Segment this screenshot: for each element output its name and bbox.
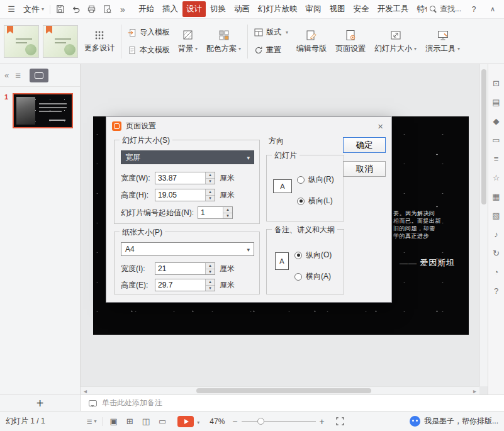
edit-master-button[interactable]: 编辑母版 — [294, 23, 329, 60]
reading-view-icon[interactable]: ◫ — [142, 417, 150, 425]
zoom-slider[interactable] — [242, 421, 316, 422]
slide-width-input[interactable] — [155, 172, 205, 184]
save-icon[interactable] — [53, 3, 66, 16]
tab-视图[interactable]: 视图 — [326, 1, 349, 17]
zoom-in-button[interactable]: + — [320, 417, 325, 426]
styles-icon[interactable]: ▤ — [492, 98, 500, 106]
design-template-thumb-2[interactable] — [43, 25, 78, 58]
notes-bar[interactable]: 单击此处添加备注 — [81, 395, 504, 411]
spin-down-icon[interactable] — [206, 269, 215, 275]
background-button[interactable]: 背景 — [176, 23, 200, 60]
doc-template-button[interactable]: 本文模板 — [125, 44, 172, 56]
play-options-caret[interactable] — [195, 417, 199, 426]
vertical-scrollbar-thumb[interactable] — [481, 69, 486, 204]
scroll-right-icon[interactable] — [470, 386, 479, 395]
tab-特色应用[interactable]: 特色应用 — [413, 1, 427, 17]
zoom-out-button[interactable]: − — [232, 417, 237, 426]
tab-开始[interactable]: 开始 — [135, 1, 158, 17]
slide-landscape-radio[interactable]: 横向(L) — [297, 196, 333, 206]
dialog-titlebar[interactable]: 页面设置 × — [106, 117, 391, 135]
play-slideshow-button[interactable] — [177, 416, 194, 427]
spin-up-icon[interactable] — [206, 263, 215, 269]
favorites-icon[interactable]: ☆ — [493, 174, 500, 182]
paper-width-spinner[interactable] — [155, 262, 215, 275]
slide-thumbnail[interactable] — [13, 93, 73, 128]
notes-landscape-radio[interactable]: 横向(A) — [294, 271, 331, 282]
spin-down-icon[interactable] — [206, 195, 215, 201]
audio-icon[interactable]: ♪ — [494, 230, 498, 238]
collapse-ribbon-icon[interactable] — [486, 3, 499, 16]
tab-开发工具[interactable]: 开发工具 — [374, 1, 413, 17]
paper-height-input[interactable] — [155, 279, 205, 291]
spin-up-icon[interactable] — [223, 207, 232, 213]
import-template-button[interactable]: 导入模板 — [125, 26, 172, 38]
tab-设计[interactable]: 设计 — [182, 1, 206, 17]
paper-size-select[interactable]: A4 — [121, 242, 254, 256]
assets-icon[interactable]: ▦ — [492, 193, 500, 201]
print-preview-icon[interactable] — [101, 3, 113, 16]
list-view-icon[interactable] — [15, 70, 21, 81]
ok-button[interactable]: 确定 — [343, 137, 386, 153]
slide-number-input[interactable] — [198, 207, 223, 218]
spin-up-icon[interactable] — [206, 279, 215, 285]
file-menu-button[interactable]: 文件 — [21, 4, 47, 15]
tab-切换[interactable]: 切换 — [206, 1, 230, 17]
notes-portrait-radio[interactable]: 纵向(O) — [294, 250, 332, 260]
slide-width-spinner[interactable] — [155, 172, 215, 184]
search-box[interactable]: 查找... — [430, 4, 461, 14]
collapse-panel-icon[interactable] — [4, 70, 9, 80]
thumbnail-view-toggle[interactable] — [30, 69, 48, 82]
tab-幻灯片放映[interactable]: 幻灯片放映 — [254, 1, 301, 17]
slide-height-spinner[interactable] — [155, 189, 215, 201]
spin-down-icon[interactable] — [223, 213, 232, 219]
design-template-thumb-1[interactable] — [4, 25, 39, 58]
spin-down-icon[interactable] — [206, 178, 215, 184]
help-icon[interactable]: ? — [494, 287, 498, 295]
horizontal-scrollbar[interactable] — [81, 386, 479, 395]
vertical-scrollbar[interactable] — [479, 64, 488, 386]
undo-icon[interactable] — [69, 3, 82, 16]
main-menu-icon[interactable] — [5, 3, 18, 16]
comments-icon[interactable]: ▭ — [492, 136, 500, 144]
tab-审阅[interactable]: 审阅 — [302, 1, 325, 17]
slide-size-button[interactable]: 幻灯片大小 — [372, 23, 419, 60]
help-icon[interactable]: ? — [468, 3, 480, 16]
horizontal-scrollbar-thumb[interactable] — [196, 388, 371, 393]
slide-size-select[interactable]: 宽屏 — [121, 150, 254, 164]
color-scheme-button[interactable]: 配色方案 — [204, 23, 244, 60]
more-quick-actions-icon[interactable] — [116, 3, 129, 16]
paper-height-spinner[interactable] — [155, 279, 215, 291]
spin-down-icon[interactable] — [206, 285, 215, 291]
objects-icon[interactable]: ◆ — [493, 117, 500, 125]
dialog-close-icon[interactable]: × — [375, 121, 386, 132]
add-slide-button[interactable] — [30, 397, 50, 410]
scroll-left-icon[interactable] — [81, 386, 90, 395]
normal-view-icon[interactable]: ▣ — [109, 417, 117, 425]
images-icon[interactable]: ▧ — [492, 211, 500, 220]
zoom-slider-knob[interactable] — [257, 418, 264, 425]
fit-slide-icon[interactable] — [336, 417, 344, 425]
properties-icon[interactable]: ⊡ — [493, 79, 500, 87]
cancel-button[interactable]: 取消 — [343, 161, 386, 177]
spin-up-icon[interactable] — [206, 172, 215, 178]
tab-动画[interactable]: 动画 — [230, 1, 254, 17]
tab-安全[interactable]: 安全 — [350, 1, 373, 17]
reset-button[interactable]: 重置 — [252, 44, 290, 56]
slide-number-spinner[interactable] — [198, 206, 233, 219]
paper-width-input[interactable] — [155, 263, 205, 274]
more-designs-button[interactable]: 更多设计 — [82, 23, 117, 60]
scrollbar-track[interactable] — [90, 387, 470, 395]
layout-button[interactable]: 版式 — [252, 26, 290, 38]
clock-icon[interactable]: ◔ — [494, 268, 499, 276]
slideshow-view-icon[interactable]: ▭ — [159, 417, 166, 425]
present-tools-button[interactable]: 演示工具 — [423, 23, 462, 60]
tab-插入[interactable]: 插入 — [159, 1, 182, 17]
print-icon[interactable] — [85, 3, 98, 16]
slide-sorter-icon[interactable]: ⊞ — [126, 417, 133, 425]
slide-height-input[interactable] — [155, 189, 205, 201]
assistant-avatar[interactable] — [410, 416, 420, 427]
page-setup-button[interactable]: 页面设置 — [333, 23, 368, 60]
spin-up-icon[interactable] — [206, 189, 215, 195]
history-icon[interactable]: ↻ — [493, 249, 500, 257]
outline-menu-icon[interactable] — [87, 416, 97, 427]
